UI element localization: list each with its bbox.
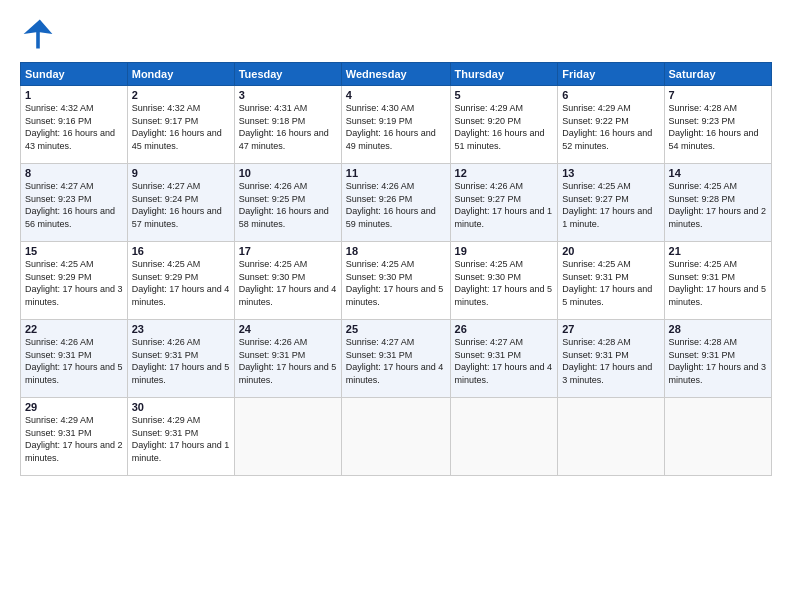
calendar-cell [664,398,771,476]
calendar-cell: 23 Sunrise: 4:26 AMSunset: 9:31 PMDaylig… [127,320,234,398]
day-number: 30 [132,401,230,413]
calendar-week-row: 29 Sunrise: 4:29 AMSunset: 9:31 PMDaylig… [21,398,772,476]
day-info: Sunrise: 4:25 AMSunset: 9:29 PMDaylight:… [25,258,123,308]
calendar-cell: 26 Sunrise: 4:27 AMSunset: 9:31 PMDaylig… [450,320,558,398]
calendar-header-thursday: Thursday [450,63,558,86]
calendar-header-monday: Monday [127,63,234,86]
calendar-table: SundayMondayTuesdayWednesdayThursdayFrid… [20,62,772,476]
calendar-cell: 21 Sunrise: 4:25 AMSunset: 9:31 PMDaylig… [664,242,771,320]
calendar-cell: 6 Sunrise: 4:29 AMSunset: 9:22 PMDayligh… [558,86,664,164]
day-number: 3 [239,89,337,101]
calendar-cell: 18 Sunrise: 4:25 AMSunset: 9:30 PMDaylig… [341,242,450,320]
day-number: 17 [239,245,337,257]
day-info: Sunrise: 4:26 AMSunset: 9:26 PMDaylight:… [346,180,446,230]
calendar-cell: 1 Sunrise: 4:32 AMSunset: 9:16 PMDayligh… [21,86,128,164]
day-number: 26 [455,323,554,335]
header [20,16,772,52]
day-number: 11 [346,167,446,179]
day-number: 2 [132,89,230,101]
calendar-cell: 10 Sunrise: 4:26 AMSunset: 9:25 PMDaylig… [234,164,341,242]
calendar-cell: 4 Sunrise: 4:30 AMSunset: 9:19 PMDayligh… [341,86,450,164]
day-number: 14 [669,167,767,179]
calendar-cell: 5 Sunrise: 4:29 AMSunset: 9:20 PMDayligh… [450,86,558,164]
day-info: Sunrise: 4:25 AMSunset: 9:27 PMDaylight:… [562,180,659,230]
calendar-cell: 20 Sunrise: 4:25 AMSunset: 9:31 PMDaylig… [558,242,664,320]
day-number: 18 [346,245,446,257]
day-info: Sunrise: 4:26 AMSunset: 9:31 PMDaylight:… [132,336,230,386]
day-info: Sunrise: 4:28 AMSunset: 9:31 PMDaylight:… [562,336,659,386]
day-info: Sunrise: 4:31 AMSunset: 9:18 PMDaylight:… [239,102,337,152]
day-info: Sunrise: 4:25 AMSunset: 9:30 PMDaylight:… [239,258,337,308]
day-number: 23 [132,323,230,335]
calendar-cell: 17 Sunrise: 4:25 AMSunset: 9:30 PMDaylig… [234,242,341,320]
day-number: 20 [562,245,659,257]
calendar-week-row: 22 Sunrise: 4:26 AMSunset: 9:31 PMDaylig… [21,320,772,398]
calendar-cell [341,398,450,476]
day-info: Sunrise: 4:29 AMSunset: 9:31 PMDaylight:… [25,414,123,464]
day-info: Sunrise: 4:27 AMSunset: 9:31 PMDaylight:… [455,336,554,386]
day-info: Sunrise: 4:26 AMSunset: 9:31 PMDaylight:… [239,336,337,386]
calendar-header-friday: Friday [558,63,664,86]
calendar-cell: 15 Sunrise: 4:25 AMSunset: 9:29 PMDaylig… [21,242,128,320]
day-number: 7 [669,89,767,101]
calendar-cell: 2 Sunrise: 4:32 AMSunset: 9:17 PMDayligh… [127,86,234,164]
calendar-cell: 9 Sunrise: 4:27 AMSunset: 9:24 PMDayligh… [127,164,234,242]
logo [20,16,60,52]
day-number: 12 [455,167,554,179]
day-number: 6 [562,89,659,101]
calendar-cell: 14 Sunrise: 4:25 AMSunset: 9:28 PMDaylig… [664,164,771,242]
day-number: 1 [25,89,123,101]
svg-marker-0 [24,20,53,49]
day-info: Sunrise: 4:29 AMSunset: 9:20 PMDaylight:… [455,102,554,152]
day-number: 15 [25,245,123,257]
day-info: Sunrise: 4:28 AMSunset: 9:23 PMDaylight:… [669,102,767,152]
day-number: 25 [346,323,446,335]
calendar-header-row: SundayMondayTuesdayWednesdayThursdayFrid… [21,63,772,86]
logo-icon [20,16,56,52]
calendar-cell: 27 Sunrise: 4:28 AMSunset: 9:31 PMDaylig… [558,320,664,398]
calendar-header-sunday: Sunday [21,63,128,86]
calendar-cell: 29 Sunrise: 4:29 AMSunset: 9:31 PMDaylig… [21,398,128,476]
day-info: Sunrise: 4:30 AMSunset: 9:19 PMDaylight:… [346,102,446,152]
day-number: 29 [25,401,123,413]
day-info: Sunrise: 4:26 AMSunset: 9:27 PMDaylight:… [455,180,554,230]
day-info: Sunrise: 4:25 AMSunset: 9:31 PMDaylight:… [669,258,767,308]
calendar-cell: 8 Sunrise: 4:27 AMSunset: 9:23 PMDayligh… [21,164,128,242]
day-info: Sunrise: 4:25 AMSunset: 9:31 PMDaylight:… [562,258,659,308]
calendar-cell: 22 Sunrise: 4:26 AMSunset: 9:31 PMDaylig… [21,320,128,398]
calendar-cell: 24 Sunrise: 4:26 AMSunset: 9:31 PMDaylig… [234,320,341,398]
day-number: 27 [562,323,659,335]
calendar-cell [558,398,664,476]
day-info: Sunrise: 4:32 AMSunset: 9:16 PMDaylight:… [25,102,123,152]
day-number: 28 [669,323,767,335]
calendar-cell: 19 Sunrise: 4:25 AMSunset: 9:30 PMDaylig… [450,242,558,320]
day-info: Sunrise: 4:26 AMSunset: 9:31 PMDaylight:… [25,336,123,386]
day-info: Sunrise: 4:29 AMSunset: 9:22 PMDaylight:… [562,102,659,152]
calendar-week-row: 8 Sunrise: 4:27 AMSunset: 9:23 PMDayligh… [21,164,772,242]
calendar-cell: 30 Sunrise: 4:29 AMSunset: 9:31 PMDaylig… [127,398,234,476]
day-info: Sunrise: 4:25 AMSunset: 9:30 PMDaylight:… [455,258,554,308]
day-number: 8 [25,167,123,179]
day-info: Sunrise: 4:27 AMSunset: 9:23 PMDaylight:… [25,180,123,230]
calendar-cell: 11 Sunrise: 4:26 AMSunset: 9:26 PMDaylig… [341,164,450,242]
calendar-cell: 16 Sunrise: 4:25 AMSunset: 9:29 PMDaylig… [127,242,234,320]
day-number: 5 [455,89,554,101]
day-info: Sunrise: 4:32 AMSunset: 9:17 PMDaylight:… [132,102,230,152]
day-number: 24 [239,323,337,335]
calendar-header-saturday: Saturday [664,63,771,86]
calendar-cell: 7 Sunrise: 4:28 AMSunset: 9:23 PMDayligh… [664,86,771,164]
day-info: Sunrise: 4:27 AMSunset: 9:24 PMDaylight:… [132,180,230,230]
calendar-cell [234,398,341,476]
calendar-cell [450,398,558,476]
calendar-cell: 25 Sunrise: 4:27 AMSunset: 9:31 PMDaylig… [341,320,450,398]
day-info: Sunrise: 4:26 AMSunset: 9:25 PMDaylight:… [239,180,337,230]
calendar-cell: 12 Sunrise: 4:26 AMSunset: 9:27 PMDaylig… [450,164,558,242]
day-info: Sunrise: 4:27 AMSunset: 9:31 PMDaylight:… [346,336,446,386]
calendar-week-row: 1 Sunrise: 4:32 AMSunset: 9:16 PMDayligh… [21,86,772,164]
day-number: 21 [669,245,767,257]
day-number: 13 [562,167,659,179]
day-number: 16 [132,245,230,257]
calendar-cell: 13 Sunrise: 4:25 AMSunset: 9:27 PMDaylig… [558,164,664,242]
calendar-header-wednesday: Wednesday [341,63,450,86]
calendar-week-row: 15 Sunrise: 4:25 AMSunset: 9:29 PMDaylig… [21,242,772,320]
